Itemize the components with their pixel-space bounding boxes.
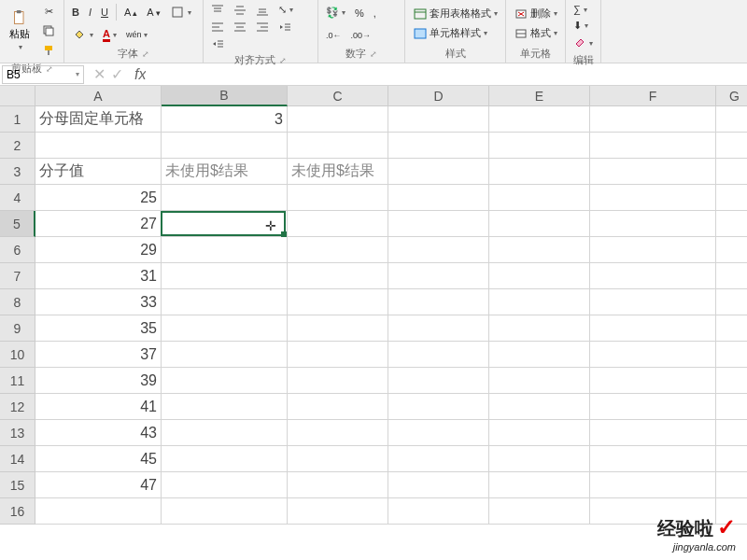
cell-C7[interactable]	[288, 263, 388, 289]
cell-D11[interactable]	[388, 368, 489, 394]
cell-G6[interactable]	[716, 237, 747, 263]
cell-A7[interactable]: 31	[35, 263, 162, 289]
cell-A15[interactable]: 47	[35, 472, 162, 498]
clear-button[interactable]: ▾	[570, 35, 597, 51]
cell-B14[interactable]	[162, 446, 288, 472]
cell-D1[interactable]	[388, 106, 489, 133]
cell-B16[interactable]	[162, 498, 288, 525]
cell-G9[interactable]	[716, 315, 747, 342]
col-header-B[interactable]: B	[162, 86, 288, 106]
cell-B9[interactable]	[162, 315, 288, 342]
cell-G14[interactable]	[716, 446, 747, 472]
cell-G3[interactable]	[716, 159, 747, 185]
cell-F11[interactable]	[590, 368, 716, 394]
formula-input[interactable]	[146, 68, 747, 81]
cell-F10[interactable]	[590, 342, 716, 368]
cell-B3[interactable]: 未使用$结果	[162, 159, 288, 185]
cell-C2[interactable]	[288, 133, 388, 159]
row-header-16[interactable]: 16	[0, 498, 35, 525]
cell-E7[interactable]	[489, 263, 590, 289]
cell-B10[interactable]	[162, 342, 288, 368]
cell-D12[interactable]	[388, 394, 489, 420]
cell-D8[interactable]	[388, 289, 489, 315]
cell-C8[interactable]	[288, 289, 388, 315]
cell-A14[interactable]: 45	[35, 446, 162, 472]
row-header-8[interactable]: 8	[0, 289, 35, 315]
cell-C4[interactable]	[288, 185, 388, 211]
format-button[interactable]: 格式▾	[510, 24, 561, 43]
cell-A8[interactable]: 33	[35, 289, 162, 315]
cell-F12[interactable]	[590, 394, 716, 420]
row-header-14[interactable]: 14	[0, 446, 35, 472]
cancel-icon[interactable]: ✕	[93, 65, 106, 83]
cell-B12[interactable]	[162, 394, 288, 420]
alignment-dialog-launcher[interactable]: ⤢	[279, 56, 287, 65]
row-header-2[interactable]: 2	[0, 133, 35, 159]
row-header-5[interactable]: 5	[0, 211, 35, 237]
increase-decimal-button[interactable]: .0←	[322, 29, 345, 42]
cell-C10[interactable]	[288, 342, 388, 368]
align-middle-button[interactable]	[230, 3, 250, 18]
col-header-A[interactable]: A	[35, 86, 162, 106]
cell-G2[interactable]	[716, 133, 747, 159]
cell-F7[interactable]	[590, 263, 716, 289]
phonetic-button[interactable]: wén▾	[122, 28, 152, 41]
cell-B2[interactable]	[162, 133, 288, 159]
cell-A3[interactable]: 分子值	[35, 159, 162, 185]
copy-button[interactable]	[37, 21, 60, 40]
align-left-button[interactable]	[207, 20, 228, 35]
row-header-10[interactable]: 10	[0, 342, 35, 368]
align-center-button[interactable]	[230, 20, 250, 35]
cell-F6[interactable]	[590, 237, 716, 263]
cell-E15[interactable]	[489, 472, 590, 498]
comma-button[interactable]: ,	[370, 6, 380, 21]
cell-A12[interactable]: 41	[35, 394, 162, 420]
borders-button[interactable]: ▾	[166, 3, 195, 21]
cell-C6[interactable]	[288, 237, 388, 263]
cell-B4[interactable]	[162, 185, 288, 211]
fx-icon[interactable]: fx	[134, 66, 146, 83]
cell-C12[interactable]	[288, 394, 388, 420]
cell-F2[interactable]	[590, 133, 716, 159]
cell-E10[interactable]	[489, 342, 590, 368]
col-header-F[interactable]: F	[590, 86, 716, 106]
cell-B5[interactable]	[162, 211, 288, 237]
cell-A6[interactable]: 29	[35, 237, 162, 263]
cell-F4[interactable]	[590, 185, 716, 211]
italic-button[interactable]: I	[85, 5, 95, 20]
cell-D2[interactable]	[388, 133, 489, 159]
col-header-E[interactable]: E	[489, 86, 590, 106]
cell-G4[interactable]	[716, 185, 747, 211]
cell-E12[interactable]	[489, 394, 590, 420]
cell-A2[interactable]	[35, 133, 162, 159]
cell-E16[interactable]	[489, 498, 590, 525]
row-header-9[interactable]: 9	[0, 315, 35, 342]
row-header-3[interactable]: 3	[0, 159, 35, 185]
cell-A10[interactable]: 37	[35, 342, 162, 368]
cell-G12[interactable]	[716, 394, 747, 420]
row-header-6[interactable]: 6	[0, 237, 35, 263]
cell-F3[interactable]	[590, 159, 716, 185]
underline-button[interactable]: U	[97, 5, 112, 20]
cell-C5[interactable]	[288, 211, 388, 237]
increase-indent-button[interactable]	[207, 36, 228, 51]
cell-G15[interactable]	[716, 472, 747, 498]
bold-button[interactable]: B	[68, 5, 83, 20]
cell-F13[interactable]	[590, 420, 716, 446]
paste-button[interactable]: 粘贴 ▾	[4, 7, 35, 55]
row-header-11[interactable]: 11	[0, 368, 35, 394]
cell-E1[interactable]	[489, 106, 590, 133]
cell-E2[interactable]	[489, 133, 590, 159]
cell-F15[interactable]	[590, 472, 716, 498]
cell-B8[interactable]	[162, 289, 288, 315]
cell-C3[interactable]: 未使用$结果	[288, 159, 388, 185]
cell-A16[interactable]	[35, 498, 162, 525]
col-header-C[interactable]: C	[288, 86, 388, 106]
cell-C16[interactable]	[288, 498, 388, 525]
cell-D4[interactable]	[388, 185, 489, 211]
orientation-button[interactable]: ⤡▾	[275, 2, 297, 18]
cell-D10[interactable]	[388, 342, 489, 368]
col-header-D[interactable]: D	[388, 86, 489, 106]
cell-E6[interactable]	[489, 237, 590, 263]
cell-B13[interactable]	[162, 420, 288, 446]
